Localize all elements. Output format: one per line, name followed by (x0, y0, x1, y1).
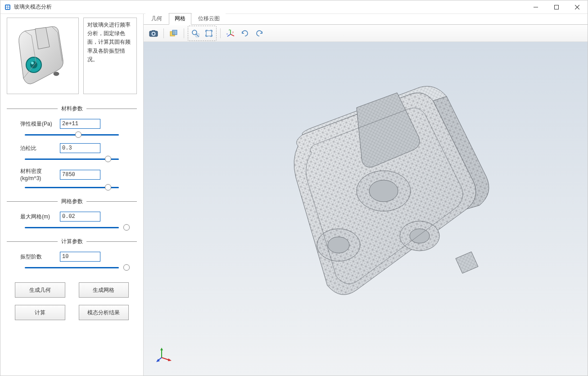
titlebar: 玻璃夹模态分析 (0, 0, 588, 14)
sidebar: 对玻璃夹进行频率分析，固定绿色面，计算其固有频率及各阶振型情况。 材料参数 弹性… (0, 14, 144, 376)
gen-geometry-button[interactable]: 生成几何 (15, 282, 65, 298)
rotate-ccw-icon[interactable] (239, 27, 251, 40)
window-title: 玻璃夹模态分析 (14, 3, 52, 11)
close-button[interactable] (567, 0, 588, 14)
maximize-button[interactable] (546, 0, 567, 14)
svg-point-9 (54, 72, 59, 76)
axis-orient-icon[interactable]: z y x (224, 27, 237, 40)
action-buttons: 生成几何 生成网格 计算 模态分析结果 (7, 282, 137, 320)
poisson-input[interactable] (60, 143, 100, 153)
viewport-toolbar: z y x (144, 25, 588, 42)
section-compute: 计算参数 (7, 238, 137, 245)
compute-button[interactable]: 计算 (15, 305, 65, 320)
app-icon (4, 4, 11, 11)
zoom-extents-icon[interactable] (203, 27, 215, 40)
section-compute-label: 计算参数 (58, 238, 86, 245)
density-slider[interactable] (7, 183, 137, 192)
main: 对玻璃夹进行频率分析，固定绿色面，计算其固有频率及各阶振型情况。 材料参数 弹性… (0, 14, 588, 376)
svg-marker-38 (168, 358, 172, 361)
svg-rect-19 (206, 31, 212, 36)
param-density: 材料密度(kg/m^3) (7, 168, 137, 192)
param-young: 弹性模量(Pa) (7, 119, 137, 140)
svg-rect-15 (172, 30, 177, 35)
density-input[interactable] (60, 170, 100, 180)
zoom-group (188, 26, 217, 41)
gen-mesh-button[interactable]: 生成网格 (79, 282, 129, 298)
section-mesh-label: 网格参数 (58, 198, 86, 205)
transparency-icon[interactable] (167, 27, 180, 40)
param-poisson: 泊松比 (7, 143, 137, 164)
young-input[interactable] (60, 119, 100, 129)
svg-point-8 (31, 62, 34, 64)
content: 几何 网格 位移云图 (144, 14, 588, 376)
tab-geometry[interactable]: 几何 (145, 13, 168, 24)
poisson-label: 泊松比 (7, 145, 55, 152)
svg-text:x: x (226, 32, 228, 35)
section-mesh: 网格参数 (7, 198, 137, 205)
svg-marker-36 (160, 348, 163, 350)
svg-point-13 (153, 33, 154, 35)
section-material: 材料参数 (7, 105, 137, 113)
mesh-render (222, 65, 510, 353)
svg-text:z: z (229, 29, 230, 31)
svg-line-22 (227, 34, 231, 36)
screenshot-icon[interactable] (147, 27, 160, 40)
minimize-button[interactable] (525, 0, 546, 14)
sidebar-top: 对玻璃夹进行频率分析，固定绿色面，计算其固有频率及各阶振型情况。 (7, 18, 137, 94)
tab-displacement[interactable]: 位移云图 (192, 13, 226, 24)
poisson-slider[interactable] (7, 155, 137, 164)
axis-triad-icon (156, 347, 172, 363)
svg-rect-11 (152, 30, 155, 32)
svg-point-7 (30, 61, 37, 68)
young-label: 弹性模量(Pa) (7, 120, 55, 128)
section-material-label: 材料参数 (58, 105, 86, 113)
svg-point-31 (328, 237, 349, 253)
young-slider[interactable] (7, 131, 137, 140)
svg-text:y: y (232, 31, 234, 33)
param-modes: 振型阶数 (7, 252, 137, 272)
density-label: 材料密度(kg/m^3) (7, 168, 55, 181)
svg-rect-3 (555, 5, 559, 9)
zoom-box-icon[interactable] (189, 27, 202, 40)
maxmesh-slider[interactable] (7, 223, 137, 232)
modes-label: 振型阶数 (7, 253, 55, 261)
model-thumbnail (7, 18, 79, 94)
modes-input[interactable] (60, 252, 100, 262)
tab-mesh[interactable]: 网格 (169, 13, 191, 25)
modes-slider[interactable] (7, 263, 137, 272)
rotate-cw-icon[interactable] (253, 27, 266, 40)
param-maxmesh: 最大网格(m) (7, 212, 137, 232)
maxmesh-input[interactable] (60, 212, 100, 222)
svg-line-21 (231, 34, 234, 36)
window-controls (525, 0, 588, 14)
results-button[interactable]: 模态分析结果 (79, 305, 129, 320)
maxmesh-label: 最大网格(m) (7, 213, 55, 221)
svg-line-17 (196, 34, 199, 36)
svg-point-28 (369, 180, 398, 202)
viewport-3d[interactable] (144, 42, 588, 376)
description-box: 对玻璃夹进行频率分析，固定绿色面，计算其固有频率及各阶振型情况。 (83, 18, 137, 94)
tabs: 几何 网格 位移云图 (144, 14, 588, 25)
svg-point-34 (410, 229, 430, 243)
